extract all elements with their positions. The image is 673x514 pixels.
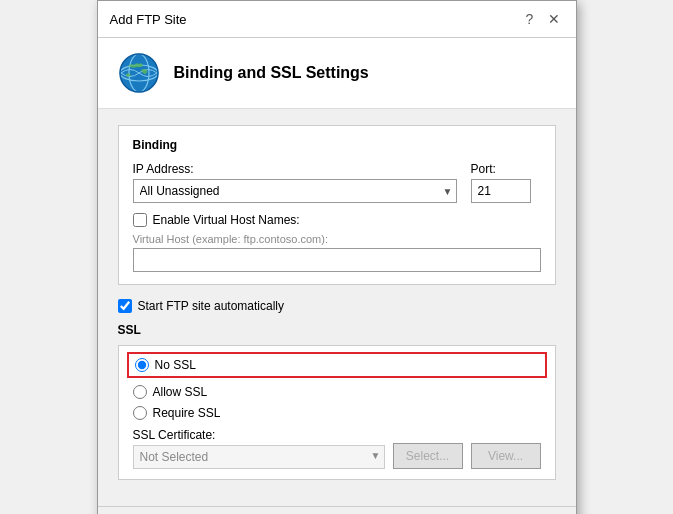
footer: Previous Next Finish Cancel [98,506,576,514]
help-button[interactable]: ? [520,9,540,29]
ip-address-select[interactable]: All Unassigned [133,179,457,203]
ssl-cert-group: SSL Certificate: Not Selected ▼ [133,428,385,469]
auto-start-label[interactable]: Start FTP site automatically [138,299,285,313]
ssl-section: SSL No SSL Allow SSL Require SSL [118,323,556,480]
allow-ssl-radio[interactable] [133,385,147,399]
title-bar-left: Add FTP Site [110,12,187,27]
ssl-view-button[interactable]: View... [471,443,541,469]
ip-address-select-wrapper: All Unassigned ▼ [133,179,457,203]
ip-port-row: IP Address: All Unassigned ▼ Port: [133,162,541,203]
virtual-host-input[interactable] [133,248,541,272]
require-ssl-row: Require SSL [133,406,541,420]
require-ssl-radio[interactable] [133,406,147,420]
require-ssl-label[interactable]: Require SSL [153,406,221,420]
virtual-host-checkbox-row: Enable Virtual Host Names: [133,213,541,227]
ssl-cert-label: SSL Certificate: [133,428,385,442]
port-input[interactable] [471,179,531,203]
auto-start-row: Start FTP site automatically [118,299,556,313]
virtual-host-checkbox-label[interactable]: Enable Virtual Host Names: [153,213,300,227]
ssl-cert-select-wrapper: Not Selected ▼ [133,445,385,469]
close-button[interactable]: ✕ [544,9,564,29]
allow-ssl-row: Allow SSL [133,385,541,399]
page-title: Binding and SSL Settings [174,64,369,82]
ssl-cert-row: SSL Certificate: Not Selected ▼ Select..… [133,428,541,469]
virtual-host-checkbox[interactable] [133,213,147,227]
no-ssl-row: No SSL [127,352,547,378]
port-label: Port: [471,162,541,176]
ip-address-group: IP Address: All Unassigned ▼ [133,162,457,203]
title-bar-controls: ? ✕ [520,9,564,29]
port-group: Port: [471,162,541,203]
binding-section: Binding IP Address: All Unassigned ▼ Por… [118,125,556,285]
auto-start-checkbox[interactable] [118,299,132,313]
ssl-section-label: SSL [118,323,556,337]
dialog: Add FTP Site ? ✕ Binding and SSL Setting… [97,0,577,514]
ssl-options-box: No SSL Allow SSL Require SSL SSL Certifi… [118,345,556,480]
allow-ssl-label[interactable]: Allow SSL [153,385,208,399]
title-bar: Add FTP Site ? ✕ [98,1,576,38]
ip-address-label: IP Address: [133,162,457,176]
globe-icon [118,52,160,94]
virtual-host-placeholder-label: Virtual Host (example: ftp.contoso.com): [133,233,541,245]
content-area: Binding IP Address: All Unassigned ▼ Por… [98,109,576,506]
ssl-cert-select[interactable]: Not Selected [133,445,385,469]
no-ssl-label[interactable]: No SSL [155,358,196,372]
dialog-header: Binding and SSL Settings [98,38,576,109]
ssl-select-button[interactable]: Select... [393,443,463,469]
no-ssl-radio[interactable] [135,358,149,372]
dialog-title: Add FTP Site [110,12,187,27]
binding-label: Binding [133,138,541,152]
